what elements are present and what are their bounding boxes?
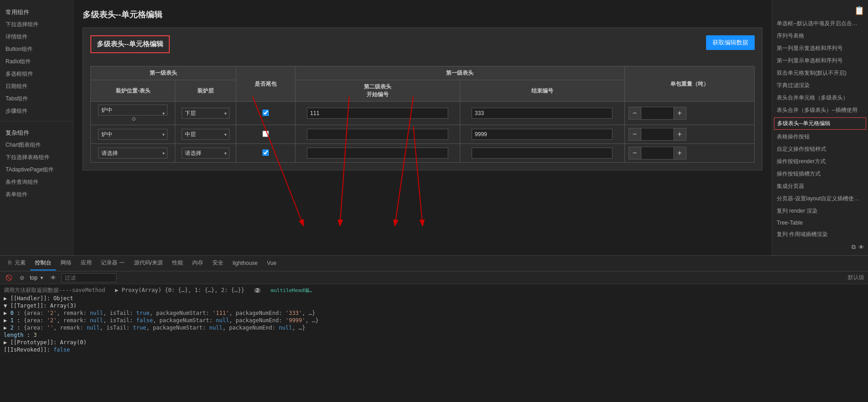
sidebar-item-6[interactable]: Tabs组件 [0,93,73,105]
sidebar-item-5[interactable]: 日期组件 [0,80,73,93]
select-wrapper-2[interactable]: 请选择 [98,148,167,159]
block-icon-btn[interactable]: ⊘ [18,274,26,282]
right-item-4[interactable]: 双击单元格复制(默认不开启) [772,67,868,79]
right-item-3[interactable]: 第一列显示单选框和序列号 [772,55,868,67]
expand-row1[interactable]: ▶ [4,317,10,324]
source-link[interactable]: multileHead编… [271,287,312,293]
sidebar-item-c0[interactable]: Chart图表组件 [0,139,73,151]
select-wrapper-layer-0[interactable]: 下层 [182,108,229,119]
stepper-input-2[interactable] [641,147,673,160]
log-length-line: length : 3 [4,331,864,339]
sidebar-item-c3[interactable]: 条件查询组件 [0,176,73,188]
input-start-2[interactable] [307,148,448,159]
checkbox-1[interactable] [262,131,269,137]
sidebar-item-2[interactable]: Button组件 [0,43,73,55]
sidebar-item-c1[interactable]: 下拉选择表格组件 [0,151,73,164]
expand-prototype[interactable]: ▶ [[Prototype]]: Array(0) [4,339,87,346]
stepper-plus-2[interactable]: + [673,147,686,160]
select-wrapper-layer-2[interactable]: 请选择 [182,148,229,159]
cell-layer-0: 下层 [175,102,236,125]
sidebar-item-c2[interactable]: TAdaptivePage组件 [0,164,73,176]
stepper-input-0[interactable] [641,107,673,120]
filter-input[interactable] [61,273,117,282]
right-item-6[interactable]: 表头合并单元格（多级表头） [772,92,868,104]
select-position-2[interactable]: 请选择 [98,148,167,159]
right-item-13[interactable]: 集成分页器 [772,180,868,193]
devtools-tab-security[interactable]: 安全 [208,256,228,270]
stepper-2: − + [629,147,751,160]
right-item-12[interactable]: 操作按钮插槽方式 [772,168,868,180]
devtools-tab-lighthouse[interactable]: lighthouse [228,257,262,270]
expand-row2[interactable]: ▶ [4,325,10,331]
cell-position-2: 请选择 [91,144,175,163]
right-item-0[interactable]: 单选框--默认选中项及开启点击… [772,17,868,30]
right-item-15[interactable]: 复列 render 渲染 [772,205,868,217]
log-handler-line: ▶ [[Handler]]: Object [4,295,864,302]
copy-icon-btn[interactable]: ⧉ [851,243,856,251]
cell-weight-0: − + [624,102,755,125]
input-end-1[interactable] [472,129,613,140]
sidebar-item-c4[interactable]: 表单组件 [0,188,73,201]
devtools-tab-console[interactable]: 控制台 [30,256,56,270]
select-wrapper-layer-1[interactable]: 中层 [182,129,229,140]
get-data-button[interactable]: 获取编辑数据 [706,35,755,50]
checkbox-0[interactable] [262,110,269,116]
select-layer-0[interactable]: 下层 [182,108,229,119]
right-item-8[interactable]: 多级表头--单元格编辑 [774,117,866,130]
devtools-tab-network[interactable]: 网络 [56,256,76,270]
devtools-tab-application[interactable]: 应用 [76,256,96,270]
stepper-minus-1[interactable]: − [629,128,641,141]
select-position-1[interactable]: 炉中 [98,129,167,140]
right-item-1[interactable]: 序列号表格 [772,30,868,42]
select-position-0[interactable]: 炉中 [98,105,167,116]
stepper-plus-0[interactable]: + [673,107,686,120]
stepper-input-1[interactable] [641,128,673,141]
sidebar-item-4[interactable]: 多选框组件 [0,68,73,80]
select-wrapper-1[interactable]: 炉中 [98,129,167,140]
right-item-2[interactable]: 第一列显示复选框和序列号 [772,42,868,55]
table-row: 请选择 请选择 [91,144,755,163]
input-start-1[interactable] [307,129,448,140]
right-item-14[interactable]: 分页器-设置layout自定义插槽使… [772,193,868,205]
checkbox-2[interactable] [262,149,269,156]
devtools-tab-recorder[interactable]: 记录器 ㇐ [96,256,129,270]
sources-label: 源代码/来源 [134,259,163,266]
th-start-num: 第二级表头开始编号 [295,80,460,102]
stepper-plus-1[interactable]: + [673,128,686,141]
sidebar-item-1[interactable]: 详情组件 [0,31,73,43]
devtools-tab-memory[interactable]: 内存 [188,256,208,270]
eye-icon-btn[interactable]: 👁 [858,243,864,251]
input-end-0[interactable] [472,108,613,119]
expand-handler[interactable]: ▶ [[Handler]]: Object [4,295,73,302]
select-layer-1[interactable]: 中层 [182,129,229,140]
stepper-minus-0[interactable]: − [629,107,641,120]
right-item-10[interactable]: 自定义操作按钮样式 [772,143,868,155]
right-item-11[interactable]: 操作按钮render方式 [772,155,868,168]
right-item-5[interactable]: 字典过滤渲染 [772,79,868,92]
main-area: 常用组件 下拉选择组件 详情组件 Button组件 Radio组件 多选框组件 … [0,0,868,255]
sidebar-item-7[interactable]: 步骤组件 [0,105,73,117]
input-start-0[interactable] [307,108,448,119]
input-end-2[interactable] [472,148,613,159]
devtools-tab-sources[interactable]: 源代码/来源 [129,256,167,270]
sidebar-item-3[interactable]: Radio组件 [0,55,73,68]
clear-console-button[interactable]: 🚫 [4,274,14,282]
table-header-row1: 第一级表头 是否尾包 第一级表头 单包重量（吨） [91,66,755,80]
demo-box: 获取编辑数据 多级表头--单元格编辑 第一级表头 是否尾包 第一级表头 单包重量… [83,28,762,171]
right-item-9[interactable]: 表格操作按钮 [772,131,868,143]
devtools-tab-elements[interactable]: ⎘ 元素 [4,256,30,270]
expand-target[interactable]: ▼ [[Target]]: Array(3) [4,303,77,309]
select-wrapper-0[interactable]: 炉中 ⊙ [98,105,167,122]
select-layer-2[interactable]: 请选择 [182,148,229,159]
stepper-minus-2[interactable]: − [629,147,641,160]
cell-end-2 [460,144,624,163]
right-item-7[interactable]: 表头合并（多级表头）--插槽使用 [772,104,868,116]
eye-toggle-btn[interactable]: 👁 [49,274,58,282]
devtools-tab-performance[interactable]: 性能 [167,256,188,270]
right-item-16[interactable]: Tree-Table [772,217,868,228]
sidebar-item-0[interactable]: 下拉选择组件 [0,18,73,31]
right-item-17[interactable]: 复列 作用域插槽渲染 [772,228,868,241]
level-dropdown-btn[interactable]: ▾ [39,274,45,282]
devtools-tab-vue[interactable]: Vue [262,257,281,270]
expand-row0[interactable]: ▶ [4,310,10,316]
